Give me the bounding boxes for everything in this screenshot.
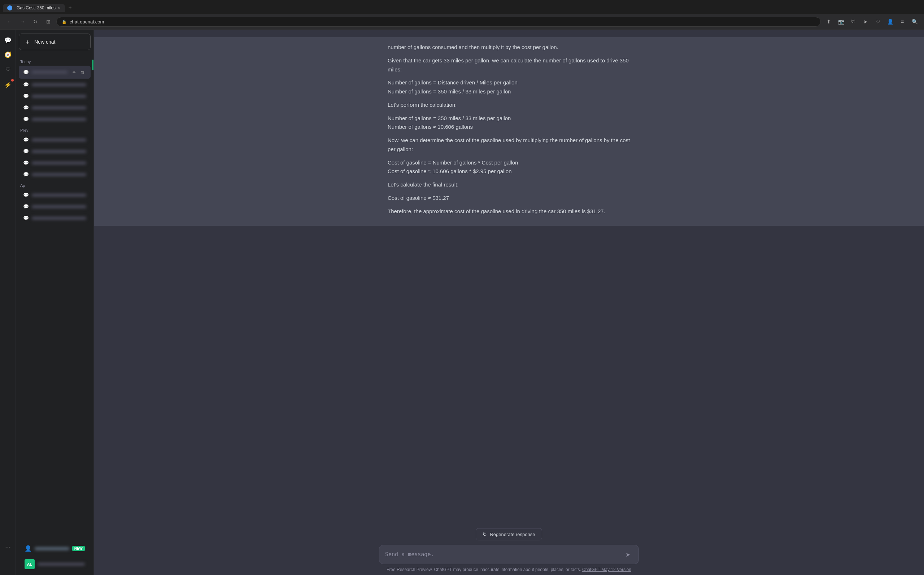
lock-icon: 🔒: [62, 19, 67, 24]
disclaimer-body: Free Research Preview. ChatGPT may produ…: [386, 567, 581, 572]
chat-item[interactable]: 💬: [19, 114, 91, 125]
nav-right-icons: ⬆ 📷 🛡 ➤ ♡ 👤 ≡ 🔍: [824, 17, 920, 27]
chat-item[interactable]: 💬: [19, 189, 91, 200]
message-line: Number of gallons = Distance driven / Mi…: [388, 78, 630, 87]
menu-icon[interactable]: ≡: [897, 17, 907, 27]
chat-item[interactable]: 💬: [19, 146, 91, 157]
assistant-message: number of gallons consumed and then mult…: [94, 37, 924, 226]
message-para-6: Now, we can determine the cost of the ga…: [388, 136, 630, 154]
chat-item[interactable]: 💬: [19, 169, 91, 180]
sidebar-icon-bolt[interactable]: ⚡: [2, 78, 14, 91]
back-button[interactable]: ←: [4, 17, 14, 27]
message-line: Cost of gasoline ≈ 10.606 gallons * $2.9…: [388, 167, 630, 176]
input-row: ➤: [379, 545, 639, 564]
chat-item[interactable]: 💬: [19, 213, 91, 224]
url-text: chat.openai.com: [70, 19, 104, 25]
tab-close-btn[interactable]: ✕: [58, 6, 60, 10]
camera-icon[interactable]: 📷: [836, 17, 846, 27]
user-profile-item[interactable]: AL: [20, 556, 89, 572]
message-para-1: number of gallons consumed and then mult…: [388, 43, 630, 52]
upgrade-label: [35, 547, 69, 550]
regenerate-row: ↻ Regenerate response: [102, 528, 915, 540]
user-avatar: AL: [25, 559, 35, 569]
main-chat: number of gallons consumed and then mult…: [94, 30, 924, 575]
message-content: number of gallons consumed and then mult…: [379, 43, 639, 216]
chat-label: [32, 150, 86, 153]
chat-label: [32, 138, 86, 141]
grid-view-button[interactable]: ⊞: [43, 17, 53, 27]
heart-icon[interactable]: ♡: [873, 17, 883, 27]
chat-item-actions: ✏ 🗑: [70, 68, 86, 76]
regenerate-icon: ↻: [483, 531, 487, 537]
message-para-8: Let's calculate the final result:: [388, 180, 630, 189]
address-bar[interactable]: 🔒 chat.openai.com: [56, 17, 821, 27]
search-icon[interactable]: 🔍: [910, 17, 920, 27]
chat-label: [32, 83, 86, 86]
message-line: Cost of gasoline = Number of gallons * C…: [388, 158, 630, 167]
regenerate-label: Regenerate response: [490, 532, 535, 537]
chat-label: [32, 217, 86, 220]
send-nav-icon[interactable]: ➤: [860, 17, 871, 27]
person-icon: 👤: [25, 545, 32, 552]
plus-icon: ＋: [24, 38, 31, 46]
new-chat-label: New chat: [34, 39, 55, 45]
chat-label: [32, 118, 86, 121]
regenerate-button[interactable]: ↻ Regenerate response: [476, 528, 542, 540]
sidebar-bottom: 👤 NEW AL: [16, 539, 94, 575]
chat-item[interactable]: 💬: [19, 102, 91, 113]
tab-title: Gas Cost: 350 miles: [17, 5, 56, 11]
message-input-container: ➤: [379, 545, 639, 564]
today-label: Today: [16, 57, 94, 65]
message-line: Number of gallons = 350 miles / 33 miles…: [388, 114, 630, 123]
sidebar: 💬 🧭 ♡ ⚡ ⋯ ＋ New chat Today: [0, 30, 94, 575]
edit-chat-btn[interactable]: ✏: [70, 68, 78, 76]
message-input[interactable]: [385, 551, 619, 558]
chat-list: Today 💬 ✏ 🗑 💬 💬: [16, 54, 94, 539]
delete-chat-btn[interactable]: 🗑: [79, 68, 86, 76]
chat-item[interactable]: 💬: [19, 91, 91, 102]
message-line: Number of gallons = 350 miles / 33 miles…: [388, 87, 630, 96]
sidebar-header: ＋ New chat: [16, 30, 94, 54]
previous-label: Prev: [16, 125, 94, 134]
tab-favicon: [7, 5, 12, 11]
chat-label: [32, 205, 86, 208]
sidebar-icon-dots[interactable]: ⋯: [2, 540, 14, 553]
chat-item-icon: 💬: [23, 70, 29, 75]
share-icon[interactable]: ⬆: [824, 17, 834, 27]
active-tab[interactable]: Gas Cost: 350 miles ✕: [3, 4, 65, 12]
chat-item[interactable]: 💬: [19, 201, 91, 212]
chat-label: [32, 106, 86, 109]
navigation-bar: ← → ↻ ⊞ 🔒 chat.openai.com ⬆ 📷 🛡 ➤ ♡ 👤 ≡ …: [0, 14, 924, 30]
chat-bottom: ↻ Regenerate response ➤ Free Research Pr…: [94, 524, 924, 575]
message-para-2: Given that the car gets 33 miles per gal…: [388, 56, 630, 74]
shield-icon[interactable]: 🛡: [848, 17, 858, 27]
tab-bar: Gas Cost: 350 miles ✕ +: [0, 0, 924, 14]
chat-item-active[interactable]: 💬 ✏ 🗑: [19, 66, 91, 79]
chat-item[interactable]: 💬: [19, 79, 91, 90]
new-tab-btn[interactable]: +: [65, 3, 75, 13]
chat-label: [32, 162, 86, 165]
profile-icon[interactable]: 👤: [885, 17, 895, 27]
message-para-4: Let's perform the calculation:: [388, 101, 630, 110]
message-para-3: Number of gallons = Distance driven / Mi…: [388, 78, 630, 96]
chat-item[interactable]: 💬: [19, 134, 91, 145]
message-para-7: Cost of gasoline = Number of gallons * C…: [388, 158, 630, 176]
sidebar-icon-explore[interactable]: 🧭: [2, 48, 14, 61]
refresh-button[interactable]: ↻: [30, 17, 40, 27]
sidebar-icon-heart[interactable]: ♡: [2, 62, 14, 75]
disclaimer-link[interactable]: ChatGPT May 12 Version: [582, 567, 631, 572]
forward-button[interactable]: →: [17, 17, 27, 27]
send-button[interactable]: ➤: [623, 550, 633, 559]
chat-item[interactable]: 💬: [19, 157, 91, 168]
upgrade-button[interactable]: 👤 NEW: [20, 542, 89, 555]
scroll-indicator: [92, 60, 94, 70]
new-badge: NEW: [72, 546, 85, 551]
chat-messages: number of gallons consumed and then mult…: [94, 30, 924, 524]
disclaimer-text: Free Research Preview. ChatGPT may produ…: [102, 567, 915, 572]
message-line: Number of gallons ≈ 10.606 gallons: [388, 123, 630, 132]
chat-item-label: [32, 71, 67, 74]
browser-chrome: Gas Cost: 350 miles ✕ + ← → ↻ ⊞ 🔒 chat.o…: [0, 0, 924, 30]
new-chat-button[interactable]: ＋ New chat: [19, 33, 91, 50]
sidebar-icon-chat[interactable]: 💬: [2, 33, 14, 46]
message-para-5: Number of gallons = 350 miles / 33 miles…: [388, 114, 630, 132]
